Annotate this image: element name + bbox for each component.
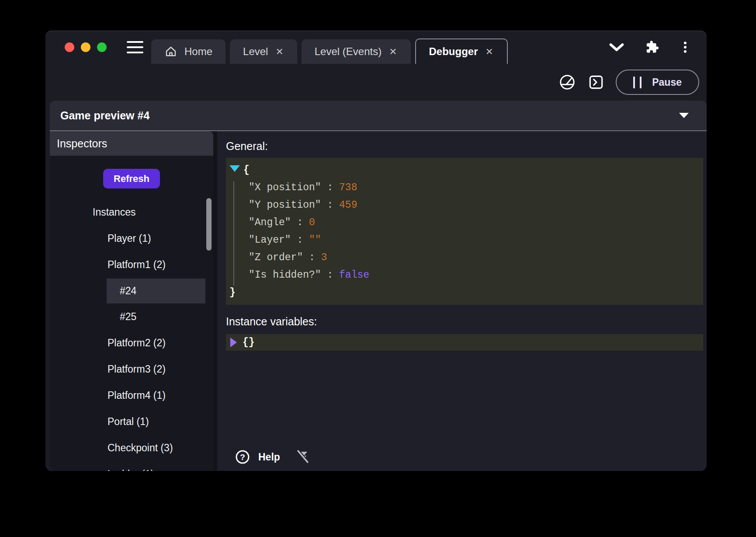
json-property-z-order: "Z order" : 3 xyxy=(226,249,703,266)
tab-home[interactable]: Home xyxy=(151,39,225,64)
tree-item-label: #24 xyxy=(120,285,136,297)
inspector-detail-panel: General: {"X position" : 738"Y position"… xyxy=(217,131,707,471)
json-separator: : xyxy=(321,269,339,281)
more-vertical-dots-icon[interactable] xyxy=(680,40,691,54)
json-separator: : xyxy=(321,182,339,193)
json-value[interactable]: 0 xyxy=(309,217,315,228)
tab-level[interactable]: Level× xyxy=(230,39,297,64)
inspectors-body: Refresh InstancesPlayer (1)Platform1 (2)… xyxy=(50,156,213,471)
tab-strip: HomeLevel×Level (Events)×Debugger× xyxy=(151,31,508,64)
json-indent-guide xyxy=(233,181,234,286)
json-separator: : xyxy=(303,252,321,263)
home-icon xyxy=(164,45,177,58)
tab-label: Home xyxy=(184,45,212,58)
json-property-layer: "Layer" : "" xyxy=(226,231,703,249)
tree-item-platform3-2[interactable]: Platform3 (2) xyxy=(50,356,213,382)
menu-icon[interactable] xyxy=(127,41,143,53)
tree-item-label: Ladder (1) xyxy=(108,468,154,471)
tree-item-platform1-2[interactable]: Platform1 (2) xyxy=(50,251,213,278)
tree-item-label: Platform4 (1) xyxy=(108,390,166,401)
tree-item-25[interactable]: #25 xyxy=(50,303,213,330)
json-value[interactable]: 738 xyxy=(339,182,357,193)
inspectors-header-label: Inspectors xyxy=(57,137,107,150)
tree-item-24[interactable]: #24 xyxy=(107,279,205,303)
json-expanded-arrow-icon[interactable] xyxy=(229,165,240,172)
general-section-label: General: xyxy=(226,140,703,153)
tree-item-platform4-1[interactable]: Platform4 (1) xyxy=(50,382,213,408)
tab-close-icon[interactable]: × xyxy=(275,45,284,58)
game-preview-title: Game preview #4 xyxy=(60,109,149,122)
tab-debugger[interactable]: Debugger× xyxy=(415,38,508,64)
console-icon[interactable] xyxy=(587,73,605,91)
tab-label: Level xyxy=(243,45,268,58)
desktop: { "theme": { "accent_purple": "#5b2ed9",… xyxy=(0,0,756,537)
instance-variables-label: Instance variables: xyxy=(226,315,703,328)
instances-tree: InstancesPlayer (1)Platform1 (2)#24#25Pl… xyxy=(50,199,213,471)
content-body: Inspectors Refresh InstancesPlayer (1)Pl… xyxy=(50,131,707,471)
json-property-is-hidden: "Is hidden?" : false xyxy=(226,266,703,284)
refresh-button[interactable]: Refresh xyxy=(103,169,160,188)
debugger-content: Game preview #4 Inspectors Refresh Insta… xyxy=(50,101,707,471)
tree-item-label: Instances xyxy=(93,206,135,218)
tree-item-player-1[interactable]: Player (1) xyxy=(50,225,213,251)
inspectors-sidebar: Inspectors Refresh InstancesPlayer (1)Pl… xyxy=(50,131,213,471)
tab-level-events[interactable]: Level (Events)× xyxy=(302,39,411,64)
json-property-x-position: "X position" : 738 xyxy=(226,179,703,196)
pause-icon xyxy=(633,77,642,88)
tree-item-label: Portal (1) xyxy=(108,416,149,428)
json-collapsed-arrow-icon[interactable] xyxy=(230,338,237,347)
help-label[interactable]: Help xyxy=(258,451,280,463)
sidebar-scrollbar-thumb[interactable] xyxy=(206,198,212,251)
instance-variables-json-view: {} xyxy=(226,334,703,351)
json-value[interactable]: false xyxy=(339,269,369,281)
svg-text:?: ? xyxy=(240,453,245,462)
flag-off-icon[interactable] xyxy=(294,448,312,466)
tree-item-checkpoint-3[interactable]: Checkpoint (3) xyxy=(50,435,213,461)
help-circle-icon[interactable]: ? xyxy=(235,449,250,465)
json-key: "Layer" xyxy=(249,234,291,246)
extensions-puzzle-icon[interactable] xyxy=(645,40,659,55)
tree-item-label: #25 xyxy=(120,311,136,323)
instance-variables-value[interactable]: {} xyxy=(243,337,255,348)
help-row: ? Help xyxy=(235,448,312,466)
json-key: "Y position" xyxy=(249,199,321,211)
titlebar: HomeLevel×Level (Events)×Debugger× xyxy=(45,31,707,64)
tab-label: Level (Events) xyxy=(315,45,381,58)
tab-close-icon[interactable]: × xyxy=(485,45,494,58)
tree-item-portal-1[interactable]: Portal (1) xyxy=(50,408,213,435)
traffic-lights xyxy=(65,42,107,52)
json-key: "Z order" xyxy=(249,252,303,263)
general-json-view: {"X position" : 738"Y position" : 459"An… xyxy=(226,158,703,305)
json-key: "X position" xyxy=(249,182,321,193)
debugger-toolbar: Pause xyxy=(45,64,707,101)
tree-item-label: Platform3 (2) xyxy=(108,363,166,375)
tree-item-label: Player (1) xyxy=(108,233,151,244)
json-property-angle: "Angle" : 0 xyxy=(226,214,703,231)
tab-close-icon[interactable]: × xyxy=(388,45,397,58)
game-preview-selector[interactable]: Game preview #4 xyxy=(50,101,707,131)
pause-button[interactable]: Pause xyxy=(616,70,699,95)
json-separator: : xyxy=(291,217,309,228)
json-open-brace: { xyxy=(226,161,703,179)
tree-item-label: Platform1 (2) xyxy=(108,259,166,271)
json-value[interactable]: 459 xyxy=(339,199,357,211)
dropdown-caret-icon[interactable] xyxy=(679,112,689,119)
tree-item-label: Platform2 (2) xyxy=(108,337,166,349)
pause-button-label: Pause xyxy=(652,77,682,88)
profiler-gauge-icon[interactable] xyxy=(558,73,576,91)
tree-item-label: Checkpoint (3) xyxy=(108,442,173,454)
close-window-button[interactable] xyxy=(65,42,74,52)
json-separator: : xyxy=(291,234,309,246)
json-separator: : xyxy=(321,199,339,211)
json-value[interactable]: 3 xyxy=(321,252,327,263)
json-value[interactable]: "" xyxy=(309,234,321,246)
tree-item-platform2-2[interactable]: Platform2 (2) xyxy=(50,330,213,356)
minimize-window-button[interactable] xyxy=(81,42,90,52)
chevron-down-icon[interactable] xyxy=(609,42,624,52)
titlebar-actions xyxy=(609,40,707,55)
zoom-window-button[interactable] xyxy=(97,42,107,52)
json-key: "Angle" xyxy=(249,217,291,228)
json-close-brace: } xyxy=(226,284,703,301)
tree-item-instances[interactable]: Instances xyxy=(50,199,213,225)
tree-item-ladder-1[interactable]: Ladder (1) xyxy=(50,461,213,471)
